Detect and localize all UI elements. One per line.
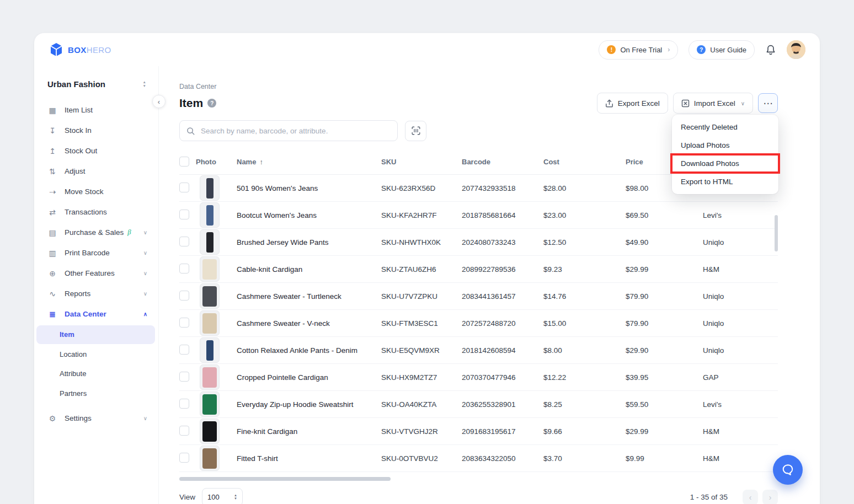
table-row[interactable]: Cashmere Sweater - V-neck SKU-FTM3ESC1 2… [179,310,778,337]
chevron-icon: ∨ [143,291,147,297]
sidebar-subitem-label: Attribute [60,369,86,378]
garment-shape [202,448,217,469]
row-checkbox[interactable] [179,453,189,463]
table-row[interactable]: Bootcut Women's Jeans SKU-KFA2HR7F 20187… [179,202,778,229]
search-box [179,120,398,141]
sidebar-item-item-list[interactable]: ▦ Item List [34,100,158,120]
sidebar-item-data-center[interactable]: ≣ Data Center ∧ [34,304,158,324]
menu-item-upload-photos[interactable]: Upload Photos [672,136,778,154]
row-checkbox[interactable] [179,399,189,409]
user-guide-button[interactable]: ? User Guide [688,40,755,60]
item-name: Fine-knit Cardigan [237,427,381,436]
item-price: $9.99 [626,454,703,463]
export-icon [605,99,613,108]
search-input[interactable] [200,126,391,136]
row-checkbox[interactable] [179,264,189,274]
horizontal-scrollbar-thumb[interactable] [179,477,391,481]
item-sku: SKU-0OTVBVU2 [381,454,462,463]
info-icon[interactable]: ? [207,99,216,108]
item-brand: H&M [703,427,778,436]
item-photo-thumbnail [200,446,220,471]
column-sku: SKU [381,158,462,166]
chat-support-button[interactable] [773,455,803,485]
item-name: Everyday Zip-up Hoodie Sweatshirt [237,400,381,409]
workspace-sort-icon[interactable]: ▲▼ [143,81,146,88]
item-sku: SKU-FTM3ESC1 [381,319,462,328]
sidebar-item-transactions[interactable]: ⇄ Transactions [34,202,158,222]
view-label: View [179,493,195,501]
sidebar: Urban Fashion ▲▼ ▦ Item List ↧ Stock In … [34,66,159,504]
table-row[interactable]: Cashmere Sweater - Turtleneck SKU-U7V7ZP… [179,283,778,310]
item-photo-thumbnail [200,419,220,444]
table-row[interactable]: Fine-knit Cardigan SKU-VTVGHJ2R 20916831… [179,418,778,445]
boxhero-logo-icon [50,42,63,57]
item-cost: $8.25 [543,400,626,409]
sort-ascending-icon: ↑ [259,158,263,166]
column-name[interactable]: Name ↑ [237,158,381,166]
row-checkbox[interactable] [179,237,189,246]
menu-item-download-photos[interactable]: Download Photos [672,154,778,173]
more-actions-menu: Recently Deleted Upload Photos Download … [672,115,778,194]
free-trial-button[interactable]: ! On Free Trial › [599,40,678,60]
item-photo-thumbnail [200,392,220,417]
item-photo-thumbnail [200,256,220,282]
horizontal-scrollbar [179,477,778,481]
sidebar-collapse-button[interactable]: ‹ [152,95,166,108]
sidebar-subitem-location[interactable]: Location [36,345,155,363]
boxhero-logo[interactable]: BOXHERO [50,42,111,57]
table-row[interactable]: Everyday Zip-up Hoodie Sweatshirt SKU-OA… [179,391,778,418]
sidebar-item-stock-out[interactable]: ↥ Stock Out [34,141,158,161]
item-photo-thumbnail [200,229,220,255]
item-sku: SKU-U7V7ZPKU [381,292,462,301]
item-cost: $15.00 [543,319,626,328]
row-checkbox[interactable] [179,426,189,436]
row-checkbox[interactable] [179,318,189,328]
table-row[interactable]: Cropped Pointelle Cardigan SKU-HX9M2TZ7 … [179,364,778,391]
page-size-select[interactable]: 100 ▲▼ [202,488,243,504]
sidebar-item-move-stock[interactable]: ⇢ Move Stock [34,181,158,202]
import-excel-button[interactable]: Import Excel ∨ [673,93,753,114]
sidebar-subitem-item[interactable]: Item [36,325,155,344]
vertical-scrollbar-thumb[interactable] [775,215,778,251]
previous-page-button[interactable]: ‹ [743,490,758,504]
row-checkbox[interactable] [179,183,189,192]
sidebar-item-other-features[interactable]: ⊕ Other Features ∨ [34,263,158,283]
sidebar-subitem-attribute[interactable]: Attribute [36,364,155,383]
item-name: Cashmere Sweater - Turtleneck [237,292,381,301]
sidebar-item-purchase-sales[interactable]: ▤ Purchase & Sales β ∨ [34,222,158,243]
sidebar-item-settings[interactable]: ⚙ Settings ∨ [34,408,158,428]
row-checkbox[interactable] [179,210,189,219]
table-row[interactable]: Brushed Jersey Wide Pants SKU-NHWTHX0K 2… [179,229,778,256]
sidebar-item-print-barcode[interactable]: ▥ Print Barcode ∨ [34,243,158,263]
table-row[interactable]: Cotton Relaxed Ankle Pants - Denim SKU-E… [179,337,778,364]
table-row[interactable]: Fitted T-shirt SKU-0OTVBVU2 208363432205… [179,445,778,472]
item-cost: $23.00 [543,211,626,219]
garment-shape [202,313,217,334]
chevron-icon: ∨ [143,250,147,256]
item-cost: $9.23 [543,265,626,274]
sidebar-item-stock-in[interactable]: ↧ Stock In [34,120,158,141]
sidebar-item-label: Settings [65,414,92,422]
item-sku: SKU-KFA2HR7F [381,211,462,219]
row-checkbox[interactable] [179,291,189,301]
menu-item-export-to-html[interactable]: Export to HTML [672,173,778,191]
sidebar-subitem-partners[interactable]: Partners [36,384,155,403]
row-checkbox[interactable] [179,345,189,355]
export-excel-button[interactable]: Export Excel [597,93,668,114]
notification-bell-icon[interactable] [765,44,776,56]
next-page-button[interactable]: › [762,490,778,504]
workspace-switcher[interactable]: Urban Fashion ▲▼ [34,72,158,100]
app-window: BOXHERO ! On Free Trial › ? User Guide [34,33,820,504]
sidebar-item-adjust[interactable]: ⇅ Adjust [34,161,158,181]
garment-shape [206,340,214,361]
more-actions-button[interactable]: ⋯ [758,93,778,113]
menu-item-recently-deleted[interactable]: Recently Deleted [672,118,778,136]
user-guide-label: User Guide [710,46,746,54]
sidebar-item-reports[interactable]: ∿ Reports ∨ [34,283,158,304]
sidebar-item-label: Data Center [65,310,106,318]
table-row[interactable]: Cable-knit Cardigan SKU-ZTAU6ZH6 2089922… [179,256,778,283]
user-avatar[interactable] [787,40,805,59]
select-all-checkbox[interactable] [179,157,189,167]
barcode-scan-button[interactable] [405,121,426,141]
row-checkbox[interactable] [179,372,189,382]
